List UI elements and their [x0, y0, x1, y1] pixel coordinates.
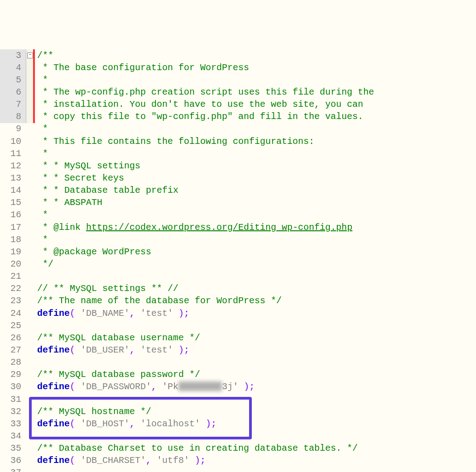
code-line[interactable] [37, 319, 476, 332]
line-number: 31 [0, 393, 26, 405]
code-line[interactable]: * copy this file to "wp-config.php" and … [37, 110, 476, 123]
code-line[interactable] [37, 467, 476, 472]
line-number: 33 [0, 418, 26, 430]
line-number: 3 [0, 49, 26, 62]
code-line[interactable]: * [37, 209, 476, 221]
line-number: 16 [0, 209, 26, 221]
code-line[interactable]: * * Secret keys [37, 172, 476, 184]
code-line[interactable]: define( 'DB_PASSWORD', 'Pk████████3j' ); [37, 381, 476, 393]
code-line[interactable]: * installation. You don't have to use th… [37, 98, 476, 110]
line-number: 22 [0, 282, 26, 295]
line-number: 24 [0, 307, 26, 319]
code-line[interactable]: define( 'DB_HOST', 'localhost' ); [37, 418, 476, 430]
change-indicator-bar [33, 49, 35, 123]
code-line[interactable]: * @package WordPress [37, 246, 476, 258]
code-line[interactable]: define( 'DB_CHARSET', 'utf8' ); [37, 454, 476, 467]
line-number: 27 [0, 344, 26, 356]
line-number: 14 [0, 184, 26, 196]
line-number: 10 [0, 135, 26, 148]
code-line[interactable]: * @link https://codex.wordpress.org/Edit… [37, 221, 476, 234]
line-number: 36 [0, 454, 26, 467]
code-line[interactable]: * [37, 148, 476, 160]
code-line[interactable] [37, 270, 476, 282]
line-number: 7 [0, 98, 26, 110]
code-line[interactable]: // ** MySQL settings ** // [37, 282, 476, 295]
line-number: 21 [0, 270, 26, 282]
line-number: 15 [0, 196, 26, 209]
line-number: 28 [0, 356, 26, 368]
code-line[interactable]: /** MySQL hostname */ [37, 405, 476, 418]
code-line[interactable] [37, 430, 476, 442]
line-number: 34 [0, 430, 26, 442]
code-line[interactable]: define( 'DB_NAME', 'test' ); [37, 307, 476, 319]
code-line[interactable]: * [37, 234, 476, 246]
code-line[interactable]: * * Database table prefix [37, 184, 476, 196]
line-number: 17 [0, 221, 26, 234]
line-number: 26 [0, 332, 26, 344]
code-line[interactable]: /** MySQL database password */ [37, 368, 476, 381]
code-line[interactable]: * [37, 123, 476, 135]
code-line[interactable]: * * MySQL settings [37, 160, 476, 172]
line-number: 35 [0, 442, 26, 454]
line-number-gutter: 3456789101112131415161718192021222324252… [0, 49, 26, 123]
code-line[interactable]: * [37, 74, 476, 86]
code-line[interactable]: */ [37, 258, 476, 270]
line-number: 5 [0, 74, 26, 86]
line-number: 30 [0, 381, 26, 393]
line-number: 19 [0, 246, 26, 258]
line-number: 20 [0, 258, 26, 270]
code-line[interactable]: * This file contains the following confi… [37, 135, 476, 148]
line-number: 18 [0, 234, 26, 246]
code-line[interactable]: define( 'DB_USER', 'test' ); [37, 344, 476, 356]
code-line[interactable] [37, 393, 476, 405]
line-number: 12 [0, 160, 26, 172]
line-number: 25 [0, 319, 26, 332]
code-line[interactable]: /** [37, 49, 476, 62]
line-number: 37 [0, 467, 26, 472]
code-line[interactable]: /** The name of the database for WordPre… [37, 295, 476, 307]
line-number: 32 [0, 405, 26, 418]
code-line[interactable]: * The base configuration for WordPress [37, 62, 476, 74]
line-number: 29 [0, 368, 26, 381]
fold-column[interactable]: −+ [26, 49, 33, 123]
fold-minus-icon[interactable]: − [27, 52, 33, 58]
code-line[interactable]: * * ABSPATH [37, 196, 476, 209]
code-line[interactable]: /** MySQL database username */ [37, 332, 476, 344]
line-number: 8 [0, 110, 26, 123]
line-number: 4 [0, 62, 26, 74]
code-editor[interactable]: 3456789101112131415161718192021222324252… [0, 49, 476, 123]
line-number: 6 [0, 86, 26, 98]
code-line[interactable]: /** Database Charset to use in creating … [37, 442, 476, 454]
code-line[interactable]: * The wp-config.php creation script uses… [37, 86, 476, 98]
line-number: 23 [0, 295, 26, 307]
line-number: 13 [0, 172, 26, 184]
code-area[interactable]: /** * The base configuration for WordPre… [37, 49, 476, 472]
line-number: 11 [0, 148, 26, 160]
code-line[interactable] [37, 356, 476, 368]
line-number: 9 [0, 123, 26, 135]
